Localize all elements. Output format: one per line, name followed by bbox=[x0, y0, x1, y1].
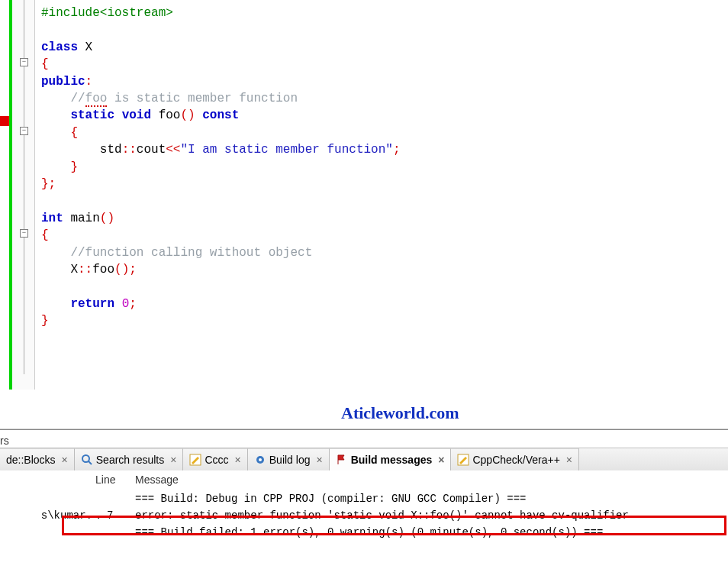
msg-line bbox=[107, 524, 135, 541]
svg-line-1 bbox=[89, 461, 92, 464]
build-messages-panel: Line Message === Build: Debug in CPP PRO… bbox=[0, 470, 728, 541]
fold-toggle-icon[interactable] bbox=[20, 229, 28, 238]
tab-label: Search results bbox=[96, 454, 164, 466]
tab-build-log[interactable]: Build log× bbox=[248, 448, 330, 470]
tab-label: Build messages bbox=[351, 454, 433, 466]
pencil-icon bbox=[457, 454, 469, 466]
msg-status bbox=[95, 524, 107, 541]
messages-header-row: Line Message bbox=[0, 470, 728, 490]
fold-gutter[interactable] bbox=[12, 0, 35, 390]
close-icon[interactable]: × bbox=[170, 454, 176, 466]
search-icon bbox=[81, 454, 93, 466]
pencil-icon bbox=[189, 454, 201, 466]
tab-de-blocks[interactable]: de::Blocks× bbox=[0, 448, 75, 470]
msg-text: === Build failed: 1 error(s), 0 warning(… bbox=[135, 524, 728, 541]
col-line: Line bbox=[95, 474, 135, 486]
col-message: Message bbox=[135, 474, 728, 486]
msg-file: s\kumar. bbox=[0, 507, 95, 524]
code-text[interactable]: #include<iostream> class X{public: //foo… bbox=[35, 0, 401, 390]
panel-splitter[interactable] bbox=[0, 428, 728, 430]
message-row[interactable]: === Build: Debug in CPP PROJ (compiler: … bbox=[0, 490, 728, 507]
svg-point-4 bbox=[259, 458, 262, 461]
tab-cccc[interactable]: Cccc× bbox=[183, 448, 247, 470]
msg-text: === Build: Debug in CPP PROJ (compiler: … bbox=[135, 490, 728, 507]
close-icon[interactable]: × bbox=[62, 454, 68, 466]
close-icon[interactable]: × bbox=[438, 454, 444, 466]
col-file bbox=[0, 474, 95, 486]
tab-label: Cccc bbox=[205, 454, 228, 466]
msg-status bbox=[95, 490, 107, 507]
tab-label: de::Blocks bbox=[6, 454, 56, 466]
watermark-text: Aticleworld.com bbox=[341, 403, 459, 423]
close-icon[interactable]: × bbox=[235, 454, 241, 466]
msg-file bbox=[0, 490, 95, 507]
fold-toggle-icon[interactable] bbox=[20, 127, 28, 135]
msg-file bbox=[0, 524, 95, 541]
tab-label: CppCheck/Vera++ bbox=[472, 454, 559, 466]
bottom-tab-bar: de::Blocks×Search results×Cccc×Build log… bbox=[0, 448, 728, 470]
gear-icon bbox=[254, 454, 266, 466]
code-editor[interactable]: #include<iostream> class X{public: //foo… bbox=[0, 0, 728, 390]
close-icon[interactable]: × bbox=[566, 454, 572, 466]
upper-tab-fragment: rs bbox=[0, 435, 9, 447]
tab-cppcheck-vera-[interactable]: CppCheck/Vera++× bbox=[451, 448, 579, 470]
fold-toggle-icon[interactable] bbox=[20, 58, 28, 66]
message-row[interactable]: s\kumar..7error: static member function … bbox=[0, 507, 728, 524]
tab-search-results[interactable]: Search results× bbox=[75, 448, 184, 470]
msg-text: error: static member function 'static vo… bbox=[135, 507, 728, 524]
tab-label: Build log bbox=[269, 454, 311, 466]
tab-build-messages[interactable]: Build messages× bbox=[330, 448, 452, 470]
message-row[interactable]: === Build failed: 1 error(s), 0 warning(… bbox=[0, 524, 728, 541]
flag-icon bbox=[336, 454, 348, 466]
msg-line: 7 bbox=[107, 507, 135, 524]
close-icon[interactable]: × bbox=[316, 454, 322, 466]
msg-line bbox=[107, 490, 135, 507]
msg-status: . bbox=[95, 507, 107, 524]
svg-point-0 bbox=[82, 455, 89, 462]
error-marker-icon bbox=[0, 116, 9, 126]
